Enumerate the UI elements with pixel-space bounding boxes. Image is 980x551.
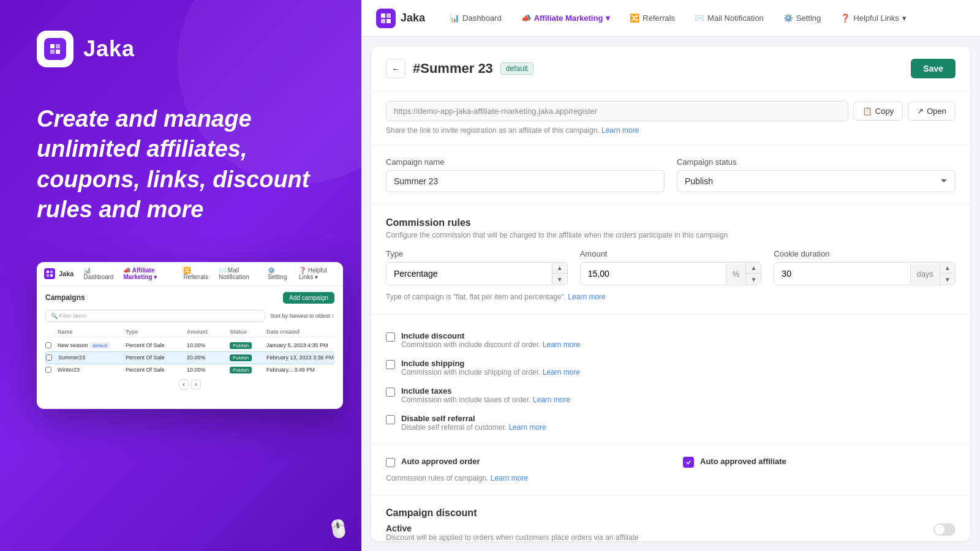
- include-discount-checkbox[interactable]: [386, 332, 395, 342]
- copy-button[interactable]: 📋 Copy: [853, 102, 903, 121]
- auto-approved-order-col: Auto approved order: [386, 457, 658, 468]
- include-taxes-link[interactable]: Learn more: [533, 395, 570, 404]
- include-shipping-item: Include shipping Commission with include…: [386, 359, 956, 377]
- default-badge: default: [500, 62, 533, 75]
- type-input[interactable]: [386, 263, 552, 284]
- disable-self-referral-link[interactable]: Learn more: [508, 423, 546, 432]
- mini-row3-check[interactable]: [45, 367, 51, 373]
- mini-table-row-1: New season default Percent Of Sale 10.00…: [45, 340, 334, 351]
- amount-input[interactable]: [581, 263, 726, 284]
- mail-icon: ✉️: [695, 13, 704, 23]
- auto-approved-affiliate-checked[interactable]: [683, 457, 694, 468]
- disable-self-referral-checkbox[interactable]: [386, 415, 395, 424]
- mini-add-campaign-btn[interactable]: Add campaign: [283, 292, 334, 304]
- mini-table-header: NameTypeAmountStatusDate created: [45, 327, 334, 337]
- app-logo-text: Jaka: [83, 36, 135, 62]
- cookie-input[interactable]: [774, 263, 910, 284]
- disable-self-referral-desc: Disable self referral of customer. Learn…: [401, 423, 546, 432]
- include-shipping-desc: Commission with include shipping of orde…: [401, 368, 580, 377]
- mini-filter-row: 🔍 Filter items Sort by Newest to oldest …: [45, 310, 334, 322]
- nav-helpful-links[interactable]: ❓ Helpful Links ▾: [833, 9, 913, 28]
- amount-down-btn[interactable]: ▼: [746, 274, 761, 285]
- include-shipping-link[interactable]: Learn more: [543, 368, 580, 377]
- svg-rect-6: [386, 13, 391, 18]
- save-button-top[interactable]: Save: [911, 59, 956, 78]
- auto-approved-order-checkbox[interactable]: [386, 458, 395, 467]
- mini-nav: Jaka 📊 Dashboard 📣 Affiliate Marketing ▾…: [37, 262, 343, 286]
- setting-icon: ⚙️: [783, 13, 793, 23]
- nav-mail-notification[interactable]: ✉️ Mail Notification: [687, 9, 771, 28]
- cookie-down-btn[interactable]: ▼: [940, 274, 955, 285]
- chevron-down-icon: ▾: [606, 13, 610, 23]
- cookie-up-btn[interactable]: ▲: [940, 263, 955, 274]
- mini-row2-check[interactable]: [46, 354, 52, 361]
- mini-brand: Jaka: [44, 268, 74, 279]
- nav-setting[interactable]: ⚙️ Setting: [776, 9, 828, 28]
- auto-approved-affiliate-text: Auto approved affiliate: [700, 457, 786, 466]
- type-up-btn[interactable]: ▲: [552, 263, 567, 274]
- logo-row: Jaka: [37, 31, 325, 67]
- mini-nav-mail: ✉️ Mail Notification: [219, 267, 258, 280]
- app-logo-text-nav: Jaka: [401, 12, 425, 24]
- nav-affiliate-marketing[interactable]: 📣 Affiliate Marketing ▾: [514, 9, 618, 28]
- amount-group: Amount % ▲ ▼: [580, 249, 762, 285]
- commission-note: Type of campaign is "flat, flat per item…: [386, 293, 956, 301]
- include-shipping-label: Include shipping: [401, 359, 580, 368]
- mini-nav-dashboard: 📊 Dashboard: [83, 267, 113, 280]
- include-taxes-checkbox[interactable]: [386, 388, 395, 397]
- mini-next-btn[interactable]: ›: [191, 380, 201, 389]
- mini-search: 🔍 Filter items: [45, 310, 265, 322]
- back-button[interactable]: ←: [386, 59, 405, 78]
- auto-approved-order-item: Auto approved order: [386, 457, 658, 467]
- page-header: ← #Summer 23 default Save: [371, 47, 970, 91]
- mini-nav-referrals: 🔀 Referrals: [183, 267, 209, 280]
- svg-rect-3: [47, 274, 49, 277]
- main-content: ← #Summer 23 default Save 📋 Copy ↗ Open: [371, 47, 970, 541]
- commission-rules-section: Commission rules Configure the commissio…: [371, 205, 970, 314]
- open-button[interactable]: ↗ Open: [908, 102, 956, 121]
- open-icon: ↗: [917, 107, 924, 116]
- referrals-icon: 🔀: [630, 13, 639, 23]
- include-discount-link[interactable]: Learn more: [543, 340, 580, 349]
- type-select-row: ▲ ▼: [386, 262, 568, 285]
- auto-approved-learn-more[interactable]: Learn more: [491, 474, 528, 482]
- include-taxes-text: Include taxes Commission with include ta…: [401, 386, 570, 404]
- include-shipping-text: Include shipping Commission with include…: [401, 359, 580, 377]
- url-section: 📋 Copy ↗ Open Share the link to invite r…: [371, 91, 970, 145]
- svg-rect-5: [381, 13, 385, 18]
- hero-text: Create and manage unlimited affiliates, …: [37, 104, 325, 225]
- include-shipping-checkbox[interactable]: [386, 360, 395, 369]
- nav-dashboard[interactable]: 📊 Dashboard: [442, 9, 509, 28]
- discount-active-text: Active Discount will be applied to order…: [386, 523, 639, 541]
- cookie-input-row: days ▲ ▼: [774, 262, 956, 285]
- mini-nav-setting: ⚙️ Setting: [268, 267, 289, 280]
- url-learn-more[interactable]: Learn more: [601, 126, 639, 135]
- cookie-stepper: ▲ ▼: [940, 263, 955, 285]
- discount-toggle[interactable]: [933, 523, 956, 536]
- active-desc: Discount will be applied to orders when …: [386, 533, 639, 541]
- mini-nav-affiliate: 📣 Affiliate Marketing ▾: [123, 267, 173, 280]
- mini-prev-btn[interactable]: ‹: [179, 380, 189, 389]
- include-discount-desc: Commission with include discount of orde…: [401, 340, 580, 349]
- campaign-discount-title: Campaign discount: [386, 508, 956, 519]
- mini-app-preview: Jaka 📊 Dashboard 📣 Affiliate Marketing ▾…: [37, 262, 343, 409]
- commission-learn-more[interactable]: Learn more: [568, 293, 605, 301]
- nav-referrals[interactable]: 🔀 Referrals: [622, 9, 682, 28]
- page-title-row: ← #Summer 23 default: [386, 59, 533, 78]
- url-input[interactable]: [386, 101, 848, 121]
- type-label: Type: [386, 249, 568, 258]
- amount-input-row: % ▲ ▼: [580, 262, 762, 285]
- active-label: Active: [386, 523, 639, 533]
- mini-row1-check[interactable]: [45, 342, 51, 348]
- affiliate-icon: 📣: [521, 13, 531, 23]
- campaign-status-select[interactable]: Publish Draft: [677, 170, 956, 192]
- campaign-name-group: Campaign name: [386, 157, 665, 192]
- type-down-btn[interactable]: ▼: [552, 274, 567, 285]
- svg-rect-2: [50, 271, 53, 273]
- auto-approved-order-label: Auto approved order: [401, 457, 480, 466]
- help-icon: ❓: [840, 13, 850, 23]
- campaign-name-input[interactable]: [386, 170, 665, 192]
- amount-up-btn[interactable]: ▲: [746, 263, 761, 274]
- app-logo-icon-nav: [376, 9, 396, 28]
- disable-self-referral-label: Disable self referral: [401, 414, 546, 423]
